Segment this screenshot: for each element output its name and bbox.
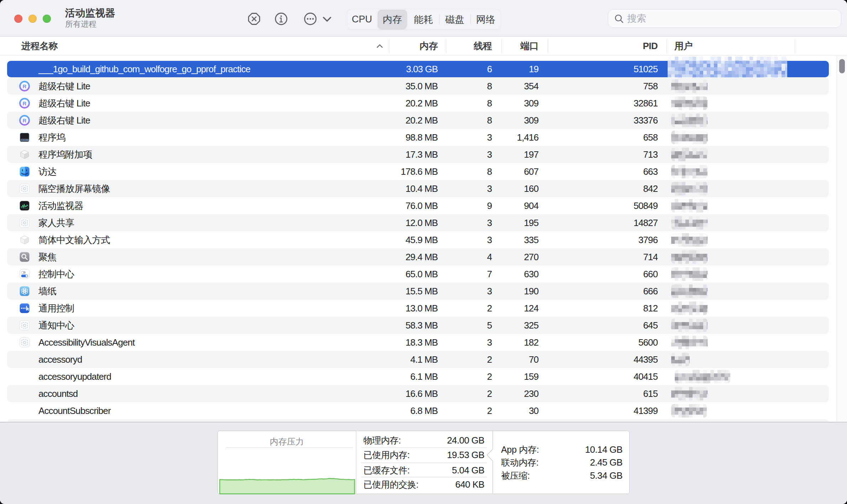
table-row[interactable]: 简体中文输入方式45.9 MB33353796 xyxy=(0,231,847,248)
column-header-memory[interactable]: 内存 xyxy=(391,37,438,55)
cell-process-name: 通用控制 xyxy=(38,300,74,317)
table-row[interactable]: 隔空播放屏幕镜像10.4 MB3160842 xyxy=(0,180,847,197)
cell-memory: 29.4 MB xyxy=(356,248,438,266)
cell-process-name: ___1go_build_github_com_wolfogre_go_ppro… xyxy=(38,61,250,78)
cell-threads: 8 xyxy=(449,163,492,180)
stat-value: 2.45 GB xyxy=(590,457,622,468)
cell-pid: 44395 xyxy=(591,351,658,368)
cell-pid: 33376 xyxy=(591,112,658,129)
censored-user-blob xyxy=(671,79,707,93)
cell-threads: 4 xyxy=(449,248,492,266)
cell-process-name: 超级右键 Lite xyxy=(38,112,90,129)
table-row[interactable]: 访达178.6 MB8607663 xyxy=(0,163,847,180)
column-header-threads[interactable]: 线程 xyxy=(449,37,492,55)
censored-user-blob xyxy=(671,199,707,212)
cell-memory: 58.3 MB xyxy=(356,317,438,334)
stop-process-button[interactable] xyxy=(247,12,261,26)
column-header-pid[interactable]: PID xyxy=(591,37,658,55)
cell-process-name: accountsd xyxy=(38,385,78,402)
cell-pid: 14827 xyxy=(591,214,658,231)
cell-threads: 2 xyxy=(449,368,492,385)
cell-memory: 76.0 MB xyxy=(356,197,438,214)
header-separator xyxy=(501,39,502,53)
column-header-user[interactable]: 用户 xyxy=(674,37,693,55)
zoom-button[interactable] xyxy=(43,15,51,23)
tab-磁盘[interactable]: 磁盘 xyxy=(439,9,470,30)
table-row[interactable]: 控制中心65.0 MB7630660 xyxy=(0,266,847,283)
table-row[interactable]: accessoryd4.1 MB27044395 xyxy=(0,351,847,368)
stat-value: 24.00 GB xyxy=(447,435,484,446)
cell-ports: 309 xyxy=(496,112,538,129)
table-row[interactable]: ___1go_build_github_com_wolfogre_go_ppro… xyxy=(0,61,847,78)
tab-网络[interactable]: 网络 xyxy=(470,9,501,30)
ellipsis-icon xyxy=(304,12,317,26)
cell-pid: 812 xyxy=(591,300,658,317)
cell-pid: 660 xyxy=(591,266,658,283)
scrollbar-thumb[interactable] xyxy=(839,59,845,73)
r-lite-icon xyxy=(19,115,30,126)
table-row[interactable]: 通用控制13.0 MB2124812 xyxy=(0,300,847,317)
censored-user-blob xyxy=(671,336,707,349)
universal-control-icon xyxy=(19,303,30,314)
cell-process-name: 程序坞 xyxy=(38,129,65,146)
table-row[interactable]: 聚焦29.4 MB4270714 xyxy=(0,248,847,266)
cell-memory: 20.2 MB xyxy=(356,95,438,112)
cell-threads: 5 xyxy=(449,317,492,334)
table-row[interactable]: 通知中心58.3 MB5325645 xyxy=(0,317,847,334)
stat-label: 物理内存: xyxy=(363,435,401,446)
censored-user-blob xyxy=(671,182,707,195)
minimize-button[interactable] xyxy=(28,15,37,23)
stat-separator xyxy=(361,463,487,463)
stat-row: 联动内存:2.45 GB xyxy=(501,455,622,470)
search-placeholder: 搜索 xyxy=(627,9,646,28)
wallpaper-icon xyxy=(19,285,30,297)
memory-pressure-title: 内存压力 xyxy=(218,436,356,447)
close-button[interactable] xyxy=(14,15,22,23)
stat-label: App 内存: xyxy=(501,444,539,456)
cell-memory: 6.1 MB xyxy=(356,368,438,385)
table-row[interactable]: 程序坞附加项17.3 MB3197713 xyxy=(0,146,847,163)
table-row[interactable]: 程序坞98.8 MB31,416658 xyxy=(0,129,847,146)
table-row[interactable]: 超级右键 Lite20.2 MB830932861 xyxy=(0,95,847,112)
stat-label: 已缓存文件: xyxy=(363,464,410,476)
stat-label: 被压缩: xyxy=(501,470,530,482)
tab-能耗[interactable]: 能耗 xyxy=(408,9,439,30)
cell-memory: 178.6 MB xyxy=(356,163,438,180)
cell-memory: 20.2 MB xyxy=(356,112,438,129)
table-row[interactable]: 墙纸15.5 MB3190666 xyxy=(0,283,847,300)
scrollbar-track[interactable] xyxy=(837,56,847,422)
chevron-down-icon[interactable] xyxy=(322,16,332,23)
table-row[interactable]: 活动监视器76.0 MB990450849 xyxy=(0,197,847,214)
segment-separator xyxy=(439,15,440,24)
table-row[interactable]: 超级右键 Lite35.0 MB8354758 xyxy=(0,78,847,95)
header-separator xyxy=(446,39,446,53)
table-row[interactable]: 家人共享12.0 MB319514827 xyxy=(0,214,847,231)
table-row[interactable]: accountsd16.6 MB2230615 xyxy=(0,385,847,402)
stats-divider-notch xyxy=(485,431,493,494)
table-row[interactable]: accessoryupdaterd6.1 MB215940415 xyxy=(0,368,847,385)
column-header-name[interactable]: 进程名称 xyxy=(21,37,58,55)
cell-memory: 13.0 MB xyxy=(356,300,438,317)
table-row[interactable]: AccountSubscriber6.8 MB23041399 xyxy=(0,402,847,419)
search-field[interactable]: 搜索 xyxy=(608,9,841,28)
stat-label: 已使用的交换: xyxy=(363,479,419,490)
header-separator xyxy=(548,39,548,53)
inspect-process-button[interactable] xyxy=(274,12,288,26)
screen: 活动监视器 所有进程 xyxy=(0,0,847,504)
tab-CPU[interactable]: CPU xyxy=(347,9,377,30)
censored-user-blob xyxy=(671,165,707,178)
cell-memory: 3.03 GB xyxy=(356,61,438,78)
column-header-ports[interactable]: 端口 xyxy=(496,37,538,55)
censored-user-blob xyxy=(671,250,707,264)
table-row[interactable]: AccessibilityVisualsAgent18.3 MB31825600 xyxy=(0,334,847,351)
cell-memory: 35.0 MB xyxy=(356,78,438,95)
header-separator xyxy=(389,39,389,53)
cell-process-name: 程序坞附加项 xyxy=(38,146,92,163)
cell-process-name: 家人共享 xyxy=(38,214,74,231)
cell-threads: 8 xyxy=(449,78,492,95)
tab-内存[interactable]: 内存 xyxy=(377,9,408,30)
more-options-button[interactable] xyxy=(304,12,317,26)
table-row[interactable]: 超级右键 Lite20.2 MB830933376 xyxy=(0,112,847,129)
cell-ports: 230 xyxy=(496,385,538,402)
stat-separator xyxy=(361,477,487,477)
